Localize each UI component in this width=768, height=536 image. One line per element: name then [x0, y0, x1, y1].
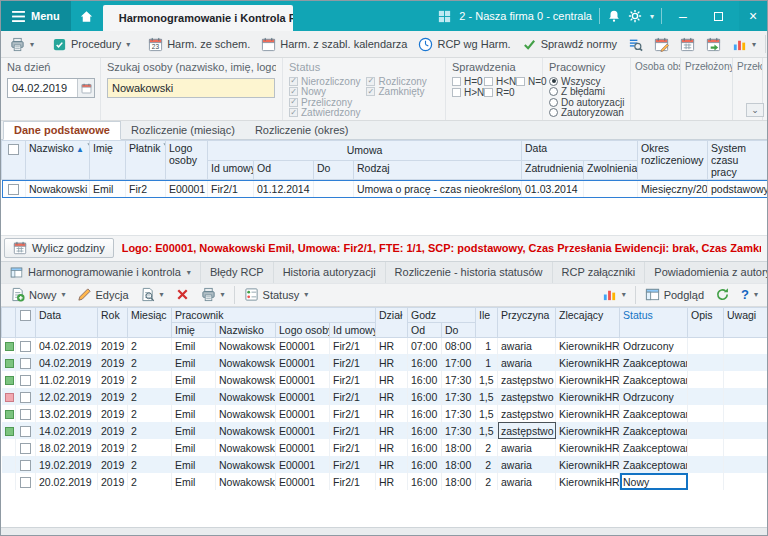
cell-logo-osoby[interactable]: E00001: [166, 180, 208, 198]
cell-od[interactable]: 16:00: [408, 456, 442, 473]
cell-status[interactable]: Zaakceptowany: [620, 456, 688, 473]
checkbox-zatwierdzony[interactable]: ✓: [289, 108, 298, 117]
new-button[interactable]: Nowy ▾: [5, 284, 71, 305]
extra-column-przelozony[interactable]: Przełożony k: [681, 58, 733, 120]
select-all-checkbox[interactable]: [8, 144, 19, 155]
cell-data[interactable]: 04.02.2019: [36, 337, 98, 354]
col-header-od[interactable]: Od: [254, 160, 314, 180]
cell-przyczyna[interactable]: awaria: [498, 354, 556, 371]
col-header-uwagi[interactable]: Uwagi: [724, 307, 767, 337]
cell-imie[interactable]: Emil: [172, 422, 216, 439]
cell-ile[interactable]: 1: [476, 337, 498, 354]
col-header-od[interactable]: Od: [408, 322, 442, 337]
radio-do-autoryzacji[interactable]: [549, 98, 558, 107]
statusy-button[interactable]: Statusy ▾: [239, 284, 314, 305]
cell-dzial[interactable]: HR: [376, 354, 408, 371]
cell-status[interactable]: Zaakceptowany: [620, 354, 688, 371]
cell-ile[interactable]: 2: [476, 439, 498, 456]
order-row[interactable]: 14.02.201920192EmilNowakowskiE00001Fir2/…: [2, 422, 768, 439]
cell-miesiac[interactable]: 2: [128, 371, 172, 388]
cell-przyczyna[interactable]: awaria: [498, 337, 556, 354]
cell-id_umowy[interactable]: Fir2/1: [330, 371, 376, 388]
tab-rozliczenie-historia[interactable]: Rozliczenie - historia statusów: [386, 262, 553, 283]
cell-data[interactable]: 04.02.2019: [36, 354, 98, 371]
cell-zlecajacy[interactable]: KierownikHR: [556, 439, 620, 456]
checkbox-n0[interactable]: [516, 77, 525, 86]
order-row[interactable]: 18.02.201920192EmilNowakowskiE00001Fir2/…: [2, 439, 768, 456]
cell-do[interactable]: 18:00: [442, 456, 476, 473]
print-button[interactable]: ▾: [5, 34, 39, 55]
cell-zlecajacy[interactable]: KierownikHR: [556, 354, 620, 371]
cell-system[interactable]: podstawowy: [708, 180, 768, 198]
tab-dane-podstawowe[interactable]: Dane podstawowe: [3, 121, 121, 140]
tab-harmonogramowanie-menu[interactable]: Harmonogramowanie i kontrola ▾: [1, 262, 201, 283]
row-checkbox[interactable]: [20, 477, 31, 488]
cell-id_umowy[interactable]: Fir2/1: [330, 439, 376, 456]
row-checkbox[interactable]: [20, 358, 31, 369]
col-header-przyczyna[interactable]: Przyczyna: [498, 307, 556, 337]
row-checkbox[interactable]: [20, 409, 31, 420]
cell-imie[interactable]: Emil: [172, 456, 216, 473]
cell-status[interactable]: Odrzucony: [620, 388, 688, 405]
calendar-export-button[interactable]: [701, 34, 726, 55]
col-header-status[interactable]: Status: [620, 307, 688, 337]
sprawdz-normy-button[interactable]: Sprawdź normy: [517, 34, 622, 55]
cell-uwagi[interactable]: [724, 388, 767, 405]
cell-uwagi[interactable]: [724, 354, 767, 371]
col-header-zlecajacy[interactable]: Zlecający: [556, 307, 620, 337]
cell-zlecajacy[interactable]: KierownikHR: [556, 456, 620, 473]
cell-od[interactable]: 16:00: [408, 473, 442, 490]
cell-ile[interactable]: 2: [476, 456, 498, 473]
cell-dzial[interactable]: HR: [376, 439, 408, 456]
cell-data[interactable]: 19.02.2019: [36, 456, 98, 473]
order-row[interactable]: 19.02.201920192EmilNowakowskiE00001Fir2/…: [2, 456, 768, 473]
cell-od[interactable]: 16:00: [408, 439, 442, 456]
close-button[interactable]: ×: [739, 1, 767, 31]
cell-nazwisko[interactable]: Nowakowski: [216, 473, 276, 490]
minimize-button[interactable]: –: [669, 1, 697, 31]
cell-nazwisko[interactable]: Nowakowski: [216, 371, 276, 388]
cell-okres[interactable]: Miesięczny/201: [638, 180, 708, 198]
col-group-godz[interactable]: Godz: [408, 307, 476, 322]
cell-data[interactable]: 11.02.2019: [36, 371, 98, 388]
cell-do[interactable]: 18:00: [442, 439, 476, 456]
col-header-ile[interactable]: Ile: [476, 307, 498, 337]
cell-data[interactable]: 18.02.2019: [36, 439, 98, 456]
order-row[interactable]: 20.02.201920192EmilNowakowskiE00001Fir2/…: [2, 473, 768, 490]
search-input[interactable]: [107, 78, 275, 98]
cell-imie[interactable]: Emil: [90, 180, 126, 198]
gear-icon[interactable]: [628, 9, 642, 23]
radio-zautoryzowani[interactable]: [549, 108, 558, 117]
tab-powiadomienia[interactable]: Powiadomienia z autoryzacji RCP: [645, 262, 768, 283]
cell-nazwisko[interactable]: Nowakowski: [216, 388, 276, 405]
cell-id_umowy[interactable]: Fir2/1: [330, 456, 376, 473]
cell-miesiac[interactable]: 2: [128, 405, 172, 422]
select-all-checkbox[interactable]: [20, 310, 31, 321]
tab-rozliczenie-okres[interactable]: Rozliczenie (okres): [245, 122, 359, 139]
cell-rok[interactable]: 2019: [98, 388, 128, 405]
chart-button[interactable]: ▾: [727, 34, 761, 55]
checkbox-h0[interactable]: [452, 77, 461, 86]
col-header-id-umowy[interactable]: Id umowy: [330, 322, 376, 337]
row-checkbox[interactable]: [20, 375, 31, 386]
cell-dzial[interactable]: HR: [376, 422, 408, 439]
cell-do[interactable]: 18:00: [442, 473, 476, 490]
col-header-system[interactable]: System czasu pracy: [708, 141, 768, 180]
checkbox-nowy[interactable]: ✓: [289, 87, 298, 96]
row-checkbox[interactable]: [8, 184, 19, 195]
cell-opis[interactable]: [688, 388, 724, 405]
cell-uwagi[interactable]: [724, 473, 767, 490]
cell-rok[interactable]: 2019: [98, 371, 128, 388]
cell-id_umowy[interactable]: Fir2/1: [330, 473, 376, 490]
cell-do[interactable]: 17:30: [442, 405, 476, 422]
cell-status[interactable]: Odrzucony: [620, 337, 688, 354]
col-header-miesiac[interactable]: Miesiąc: [128, 307, 172, 337]
cell-nazwisko[interactable]: Nowakowski: [26, 180, 90, 198]
tab-historia-autoryzacji[interactable]: Historia autoryzacji: [274, 262, 386, 283]
company-name[interactable]: 2 - Nasza firma 0 - centrala: [459, 10, 592, 22]
cell-ile[interactable]: 1,5: [476, 405, 498, 422]
row-checkbox[interactable]: [20, 443, 31, 454]
cell-opis[interactable]: [688, 439, 724, 456]
col-header-logo-osoby[interactable]: Logo osoby: [276, 322, 330, 337]
apps-grid-icon[interactable]: [437, 9, 452, 24]
